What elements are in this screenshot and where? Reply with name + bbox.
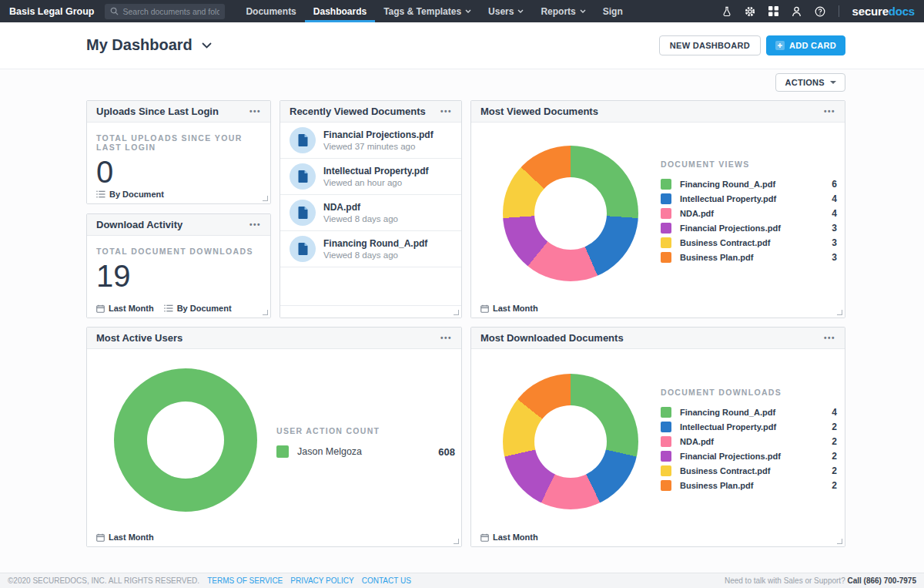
contact-us-link[interactable]: CONTACT US xyxy=(362,576,411,585)
apps-button[interactable] xyxy=(768,6,778,16)
document-avatar xyxy=(290,200,316,226)
profile-button[interactable] xyxy=(792,6,802,17)
nav-item-sign[interactable]: Sign xyxy=(594,0,631,22)
legend-value: 2 xyxy=(832,422,837,432)
resize-handle[interactable] xyxy=(454,310,459,315)
nav-menu: Documents Dashboards Tags & Templates Us… xyxy=(237,0,631,22)
document-avatar xyxy=(290,127,316,153)
new-dashboard-button[interactable]: NEW DASHBOARD xyxy=(659,35,761,55)
footer-label: By Document xyxy=(109,190,164,199)
legend-value: 2 xyxy=(832,451,837,462)
card-recently-viewed-documents: Recently Viewed Documents ••• Financial … xyxy=(280,100,462,318)
legend-value: 2 xyxy=(832,480,837,491)
legend-item: Business Contract.pdf 3 xyxy=(661,237,837,248)
last-month-filter[interactable]: Last Month xyxy=(96,533,154,542)
legend-swatch xyxy=(661,237,671,248)
footer-label: Last Month xyxy=(493,304,538,313)
nav-item-users[interactable]: Users xyxy=(480,0,532,22)
metric-value: 0 xyxy=(96,156,261,187)
legend-label: Financial Projections.pdf xyxy=(680,223,823,233)
dashboard-title-dropdown[interactable]: My Dashboard xyxy=(86,36,212,54)
resize-handle[interactable] xyxy=(454,539,459,544)
settings-button[interactable] xyxy=(745,6,755,17)
nav-item-reports[interactable]: Reports xyxy=(532,0,594,22)
last-month-filter[interactable]: Last Month xyxy=(480,304,538,313)
securedocs-logo[interactable]: securedocs xyxy=(852,5,915,18)
by-document-filter[interactable]: By Document xyxy=(96,190,164,199)
card-menu-icon[interactable]: ••• xyxy=(824,334,835,342)
donut-hole xyxy=(534,177,607,250)
search-box[interactable] xyxy=(105,4,225,19)
by-document-filter[interactable]: By Document xyxy=(164,304,232,313)
plus-square-icon xyxy=(775,41,785,50)
legend-label: Business Plan.pdf xyxy=(680,253,823,262)
metric-label: TOTAL UPLOADS SINCE YOUR LAST LOGIN xyxy=(96,133,261,152)
card-menu-icon[interactable]: ••• xyxy=(440,107,452,116)
nav-item-dashboards[interactable]: Dashboards xyxy=(305,0,375,22)
resize-handle[interactable] xyxy=(263,310,268,315)
card-header: Uploads Since Last Login ••• xyxy=(87,101,270,123)
resize-handle[interactable] xyxy=(837,310,842,315)
site-footer: ©2020 SECUREDOCS, INC. ALL RIGHTS RESERV… xyxy=(0,573,924,588)
legend-item: Financing Round_A.pdf 6 xyxy=(661,179,837,190)
card-menu-icon[interactable]: ••• xyxy=(249,107,261,116)
legend-value: 2 xyxy=(832,436,837,447)
legend-item: Intellectual Property.pdf 2 xyxy=(661,422,837,432)
search-input[interactable] xyxy=(122,7,219,16)
legend-value: 3 xyxy=(832,237,837,248)
nav-item-tags-templates[interactable]: Tags & Templates xyxy=(375,0,480,22)
last-month-filter[interactable]: Last Month xyxy=(480,533,538,542)
legend-value: 3 xyxy=(832,252,837,263)
recent-document-row[interactable]: Intellectual Property.pdf Viewed an hour… xyxy=(280,159,461,195)
user-icon xyxy=(792,6,802,17)
document-name: Intellectual Property.pdf xyxy=(323,166,428,176)
page-title: My Dashboard xyxy=(86,36,192,54)
card-menu-icon[interactable]: ••• xyxy=(249,220,261,229)
legend-swatch xyxy=(661,193,671,204)
add-card-button[interactable]: ADD CARD xyxy=(766,35,845,55)
caret-down-icon xyxy=(830,81,836,84)
recent-document-row[interactable]: Financial Projections.pdf Viewed 37 minu… xyxy=(280,123,461,159)
legend-label: NDA.pdf xyxy=(680,209,823,218)
legend-item: Business Plan.pdf 2 xyxy=(661,480,837,491)
document-icon xyxy=(297,243,309,255)
legend-value: 4 xyxy=(832,193,837,204)
legend-swatch xyxy=(661,407,671,418)
legend-value: 6 xyxy=(832,179,837,190)
card-most-viewed-documents: Most Viewed Documents ••• DOCUMENT VIEWS… xyxy=(470,100,845,318)
legend-value: 4 xyxy=(832,407,837,418)
chevron-down-icon xyxy=(580,9,586,13)
legend-swatch xyxy=(661,436,671,447)
privacy-policy-link[interactable]: PRIVACY POLICY xyxy=(290,576,353,585)
donut-chart-document-downloads xyxy=(503,374,638,509)
actions-button[interactable]: ACTIONS xyxy=(775,73,845,92)
legend-value: 2 xyxy=(832,465,837,476)
legend-item: NDA.pdf 2 xyxy=(661,436,837,447)
card-menu-icon[interactable]: ••• xyxy=(440,334,452,342)
legend-item: Financial Projections.pdf 2 xyxy=(661,451,837,462)
card-menu-icon[interactable]: ••• xyxy=(824,107,835,116)
help-button[interactable] xyxy=(815,6,825,17)
recent-document-row[interactable]: NDA.pdf Viewed 8 days ago xyxy=(280,195,461,231)
legend-title: USER ACTION COUNT xyxy=(276,426,455,435)
legend-item: Financing Round_A.pdf 4 xyxy=(661,407,837,418)
resize-handle[interactable] xyxy=(837,539,842,544)
logo-docs: docs xyxy=(889,5,915,18)
legend-label: Business Plan.pdf xyxy=(680,481,823,490)
terms-of-service-link[interactable]: TERMS OF SERVICE xyxy=(207,576,283,585)
nav-item-documents[interactable]: Documents xyxy=(237,0,304,22)
footer-label: Last Month xyxy=(493,533,538,542)
labs-button[interactable] xyxy=(722,6,732,17)
legend-value: 4 xyxy=(832,208,837,219)
legend-label: Business Contract.pdf xyxy=(680,466,823,475)
donut-chart-document-views xyxy=(503,146,638,281)
last-month-filter[interactable]: Last Month xyxy=(96,304,154,313)
recent-document-row[interactable]: Financing Round_A.pdf Viewed 8 days ago xyxy=(280,231,461,267)
account-brand[interactable]: Basis Legal Group xyxy=(9,6,94,17)
legend-label: Financial Projections.pdf xyxy=(680,452,823,461)
donut-hole xyxy=(147,402,224,479)
resize-handle[interactable] xyxy=(263,196,268,201)
card-header: Recently Viewed Documents ••• xyxy=(280,101,461,123)
document-name: Financing Round_A.pdf xyxy=(323,238,427,249)
document-avatar xyxy=(290,163,316,190)
